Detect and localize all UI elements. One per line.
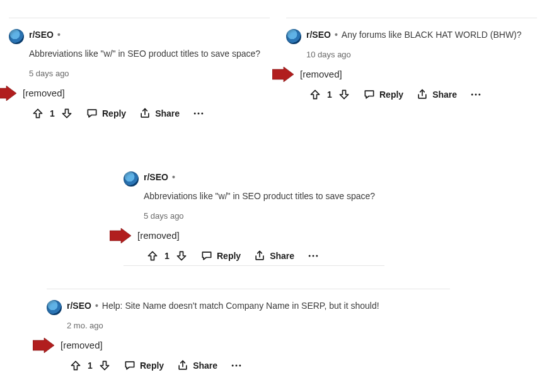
- comment-icon: [86, 107, 98, 120]
- vote-score: 1: [326, 89, 333, 100]
- upvote-icon[interactable]: [309, 88, 321, 101]
- post-title[interactable]: Abbreviations like "w/" in SEO product t…: [29, 47, 260, 62]
- upvote-icon[interactable]: [69, 359, 82, 372]
- annotation-arrow: [33, 338, 55, 353]
- subreddit-link[interactable]: r/SEO: [29, 28, 54, 43]
- more-button[interactable]: [230, 359, 243, 372]
- subreddit-link[interactable]: r/SEO: [144, 170, 168, 185]
- post-actions: 1 Reply Share: [69, 359, 450, 372]
- post-time: 2 mo. ago: [67, 319, 419, 333]
- subreddit-link[interactable]: r/SEO: [306, 28, 331, 43]
- post-header: r/SEO • Help: Site Name doesn't match Co…: [47, 296, 450, 333]
- comment-icon: [124, 359, 136, 372]
- post-title[interactable]: Any forums like BLACK HAT WORLD (BHW)?: [342, 28, 522, 43]
- post-time: 5 days ago: [29, 67, 270, 81]
- svg-point-3: [201, 112, 203, 114]
- avatar[interactable]: [47, 300, 62, 315]
- pointer-arrow-icon: [33, 338, 55, 353]
- reply-label: Reply: [217, 251, 241, 261]
- reply-label: Reply: [140, 360, 164, 371]
- divider: [47, 289, 450, 289]
- more-button[interactable]: [192, 107, 205, 120]
- share-icon: [253, 250, 266, 262]
- share-label: Share: [155, 108, 180, 118]
- separator-dot: •: [57, 28, 61, 43]
- vote-score: 1: [164, 251, 170, 261]
- svg-point-11: [316, 255, 318, 257]
- svg-marker-8: [110, 228, 131, 243]
- comment-icon: [200, 250, 213, 262]
- downvote-icon[interactable]: [338, 88, 350, 101]
- avatar[interactable]: [9, 29, 24, 44]
- post-actions: 1 Reply Share: [146, 250, 384, 262]
- post-body: [removed]: [124, 228, 384, 243]
- reply-label: Reply: [102, 108, 126, 118]
- svg-point-15: [239, 364, 241, 366]
- removed-label: [removed]: [137, 230, 180, 241]
- svg-point-13: [232, 364, 234, 366]
- more-button[interactable]: [307, 250, 320, 262]
- share-button[interactable]: Share: [253, 250, 294, 262]
- post-header: r/SEO • Abbreviations like "w/" in SEO p…: [124, 168, 384, 223]
- reply-button[interactable]: Reply: [124, 359, 164, 372]
- separator-dot: •: [172, 170, 175, 185]
- post-title[interactable]: Abbreviations like "w/" in SEO product t…: [144, 189, 375, 204]
- svg-marker-0: [0, 86, 16, 101]
- post-meta: r/SEO • Any forums like BLACK HAT WORLD …: [306, 25, 537, 62]
- svg-point-9: [309, 255, 311, 257]
- svg-point-14: [236, 364, 238, 366]
- share-label: Share: [193, 360, 217, 371]
- svg-point-7: [478, 93, 480, 95]
- removed-label: [removed]: [61, 340, 103, 350]
- downvote-icon[interactable]: [61, 107, 73, 120]
- post-time: 5 days ago: [144, 209, 384, 223]
- post-meta: r/SEO • Help: Site Name doesn't match Co…: [67, 296, 419, 333]
- annotation-arrow: [272, 67, 295, 82]
- share-button[interactable]: Share: [416, 88, 457, 101]
- reply-button[interactable]: Reply: [86, 107, 126, 120]
- post-card: r/SEO • Abbreviations like "w/" in SEO p…: [9, 19, 270, 122]
- separator-dot: •: [95, 299, 98, 314]
- vote-score: 1: [49, 108, 55, 118]
- svg-marker-12: [33, 338, 54, 353]
- vote-group: 1: [69, 359, 111, 372]
- share-button[interactable]: Share: [139, 107, 180, 120]
- reply-button[interactable]: Reply: [363, 88, 403, 101]
- upvote-icon[interactable]: [146, 250, 159, 262]
- pointer-arrow-icon: [110, 228, 132, 243]
- post-body: [removed]: [9, 86, 270, 101]
- share-label: Share: [270, 251, 294, 261]
- comment-icon: [363, 88, 376, 101]
- post-header: r/SEO • Any forums like BLACK HAT WORLD …: [286, 25, 537, 62]
- removed-label: [removed]: [23, 88, 65, 98]
- reply-button[interactable]: Reply: [200, 250, 241, 262]
- share-button[interactable]: Share: [176, 359, 217, 372]
- vote-group: 1: [309, 88, 350, 101]
- svg-point-2: [198, 112, 200, 114]
- pointer-arrow-icon: [272, 67, 295, 82]
- divider: [9, 18, 270, 18]
- avatar[interactable]: [286, 29, 301, 44]
- more-button[interactable]: [470, 88, 482, 101]
- post-actions: 1 Reply Share: [32, 107, 270, 120]
- divider: [124, 265, 384, 266]
- share-icon: [176, 359, 189, 372]
- subreddit-link[interactable]: r/SEO: [67, 299, 91, 314]
- avatar[interactable]: [124, 171, 139, 187]
- upvote-icon[interactable]: [32, 107, 44, 120]
- vote-group: 1: [32, 107, 73, 120]
- downvote-icon[interactable]: [175, 250, 188, 262]
- post-meta: r/SEO • Abbreviations like "w/" in SEO p…: [144, 168, 384, 223]
- share-icon: [416, 88, 429, 101]
- post-title[interactable]: Help: Site Name doesn't match Company Na…: [102, 299, 379, 314]
- share-icon: [139, 107, 151, 120]
- svg-point-1: [194, 112, 196, 114]
- downvote-icon[interactable]: [98, 359, 111, 372]
- annotation-arrow: [110, 228, 132, 243]
- post-header: r/SEO • Abbreviations like "w/" in SEO p…: [9, 25, 270, 81]
- pointer-arrow-icon: [0, 86, 18, 101]
- post-card: r/SEO • Any forums like BLACK HAT WORLD …: [286, 19, 537, 103]
- svg-marker-4: [272, 67, 294, 82]
- removed-label: [removed]: [300, 69, 342, 79]
- post-card: r/SEO • Abbreviations like "w/" in SEO p…: [124, 161, 384, 265]
